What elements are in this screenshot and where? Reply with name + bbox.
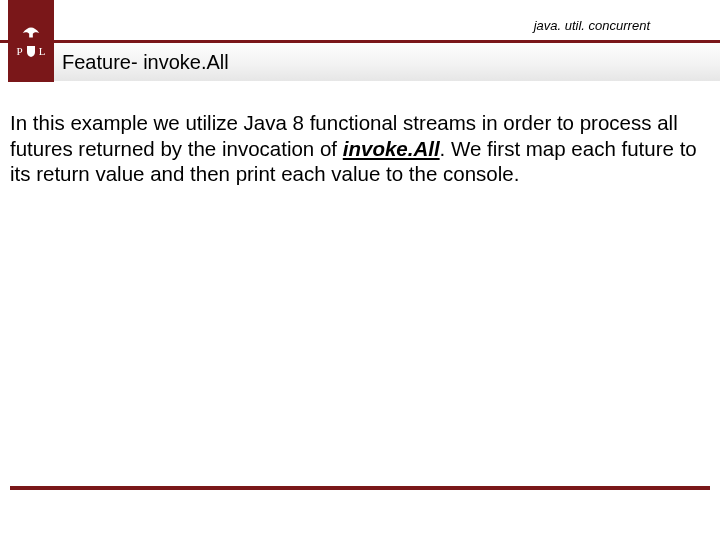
slide-title: Feature- invoke.All <box>62 51 229 74</box>
institution-logo: P L <box>8 0 54 82</box>
logo-letters: P L <box>17 45 46 57</box>
body-paragraph: In this example we utilize Java 8 functi… <box>10 110 700 187</box>
divider-bottom <box>10 486 710 490</box>
title-bar: Feature- invoke.All <box>54 43 720 81</box>
package-label: java. util. concurrent <box>534 18 650 33</box>
eagle-icon <box>20 25 42 39</box>
shield-icon <box>26 45 36 57</box>
body-emphasis: invoke.All <box>343 137 440 160</box>
logo-letter-left: P <box>17 45 23 57</box>
logo-letter-right: L <box>39 45 46 57</box>
top-bar: java. util. concurrent <box>0 0 720 40</box>
